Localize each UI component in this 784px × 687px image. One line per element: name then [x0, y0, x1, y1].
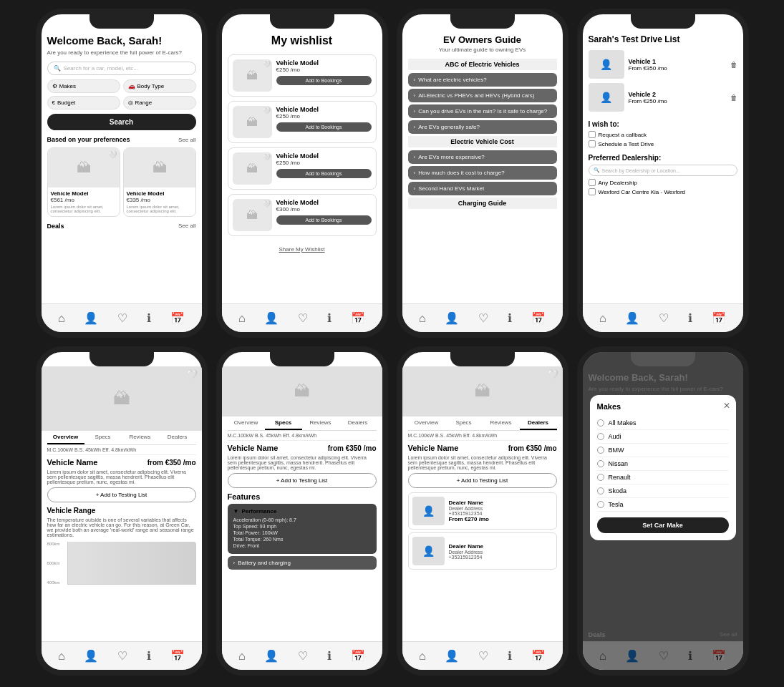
tab-overview-7[interactable]: Overview — [408, 416, 445, 430]
nav-home-3[interactable]: ⌂ — [419, 312, 426, 325]
wishlist-item-3[interactable]: 🏔 🤍 Vehicle Model €250 /mo Add to Bookin… — [228, 147, 377, 190]
wishlist-item-4[interactable]: 🏔 🤍 Vehicle Model €300 /mo Add to Bookin… — [228, 194, 377, 236]
search-button[interactable]: Search — [47, 114, 196, 130]
wishlist-heart-2[interactable]: 🤍 — [263, 107, 271, 114]
request-callback[interactable]: Request a callback — [589, 131, 737, 138]
dealer-search[interactable]: 🔍 Search by Dealership or Location... — [589, 165, 737, 176]
wishlist-heart-1[interactable]: 🤍 — [263, 61, 271, 68]
search-bar[interactable]: 🔍 Search for a car, model, etc... — [47, 62, 196, 75]
add-testing-btn-5[interactable]: + Add to Testing List — [47, 487, 196, 502]
car-card-1[interactable]: 🏔 🤍 Vehicle Model €561 /mo Lorem ipsum d… — [47, 147, 120, 217]
tab-specs-7[interactable]: Specs — [445, 416, 483, 430]
tab-overview-5[interactable]: Overview — [47, 431, 84, 444]
tab-reviews-6[interactable]: Reviews — [302, 416, 339, 430]
make-skoda-radio[interactable] — [597, 487, 604, 494]
guide-item-3[interactable]: ›Can you drive EVs in the rain? Is it sa… — [408, 104, 557, 118]
dealer-card-2[interactable]: 👤 Dealer Name Dealer Address +3531591235… — [408, 532, 557, 570]
nav-user-1[interactable]: 👤 — [84, 311, 98, 325]
guide-item-6[interactable]: ›How much does it cost to charge? — [408, 166, 557, 180]
wishlist-heart-3[interactable]: 🤍 — [263, 154, 271, 161]
budget-filter[interactable]: €Budget — [47, 96, 120, 109]
wishlist-item-2[interactable]: 🏔 🤍 Vehicle Model €250 /mo Add to Bookin… — [228, 101, 377, 143]
deals-see-all[interactable]: See all — [178, 223, 195, 230]
nav-calendar-2[interactable]: 📅 — [351, 311, 365, 325]
make-all[interactable]: All Makes — [597, 416, 729, 430]
nav-user-5[interactable]: 👤 — [84, 649, 98, 663]
nav-home-5[interactable]: ⌂ — [58, 650, 65, 663]
make-bmw-radio[interactable] — [597, 447, 604, 454]
make-nissan[interactable]: Nissan — [597, 457, 729, 471]
callback-checkbox[interactable] — [589, 131, 596, 138]
tab-dealers-6[interactable]: Dealers — [339, 416, 377, 430]
specific-dealer-checkbox[interactable] — [589, 188, 596, 195]
make-tesla-radio[interactable] — [597, 501, 604, 508]
nav-heart-5[interactable]: ♡ — [117, 649, 127, 663]
make-bmw[interactable]: BMW — [597, 444, 729, 457]
nav-user-6[interactable]: 👤 — [264, 649, 279, 663]
test-drive-checkbox[interactable] — [589, 140, 596, 147]
makes-filter[interactable]: ⚙Makes — [47, 79, 120, 93]
nav-calendar-5[interactable]: 📅 — [170, 649, 185, 663]
specific-dealership[interactable]: Wexford Car Centre Kia - Wexford — [589, 188, 737, 195]
make-all-radio[interactable] — [597, 419, 604, 427]
delete-vehicle-2[interactable]: 🗑 — [730, 94, 737, 102]
nav-calendar-3[interactable]: 📅 — [531, 311, 546, 325]
nav-info-7[interactable]: ℹ — [508, 649, 512, 663]
set-car-make-button[interactable]: Set Car Make — [597, 517, 729, 533]
make-audi[interactable]: Audi — [597, 430, 729, 444]
nav-calendar-7[interactable]: 📅 — [531, 649, 546, 663]
guide-item-4[interactable]: ›Are EVs generally safe? — [408, 120, 557, 134]
battery-accordion[interactable]: › Battery and charging — [228, 556, 377, 570]
schedule-test-drive[interactable]: Schedule a Test Drive — [589, 140, 737, 147]
nav-info-6[interactable]: ℹ — [327, 649, 331, 663]
nav-home-4[interactable]: ⌂ — [599, 312, 606, 325]
heart-icon-1[interactable]: 🤍 — [108, 151, 117, 159]
make-tesla[interactable]: Tesla — [597, 498, 729, 512]
nav-info-2[interactable]: ℹ — [327, 311, 331, 325]
make-renault-radio[interactable] — [597, 474, 604, 481]
add-testing-btn-6[interactable]: + Add to Testing List — [228, 473, 377, 488]
nav-calendar-4[interactable]: 📅 — [712, 311, 726, 325]
nav-user-3[interactable]: 👤 — [445, 311, 459, 325]
any-dealer-checkbox[interactable] — [589, 179, 596, 186]
nav-info-5[interactable]: ℹ — [147, 649, 151, 663]
nav-info-1[interactable]: ℹ — [147, 311, 151, 325]
nav-calendar-1[interactable]: 📅 — [170, 311, 185, 325]
nav-home-6[interactable]: ⌂ — [238, 650, 246, 663]
delete-vehicle-1[interactable]: 🗑 — [730, 61, 737, 69]
nav-heart-3[interactable]: ♡ — [478, 311, 488, 325]
tab-reviews-7[interactable]: Reviews — [483, 416, 520, 430]
preferences-see-all[interactable]: See all — [178, 137, 195, 143]
any-dealership[interactable]: Any Dealership — [589, 179, 737, 186]
make-renault[interactable]: Renault — [597, 471, 729, 484]
tab-overview-6[interactable]: Overview — [228, 416, 265, 430]
wishlist-heart-4[interactable]: 🤍 — [263, 200, 271, 208]
wishlist-heart-7[interactable]: 🤍 — [548, 369, 558, 379]
tab-specs-5[interactable]: Specs — [84, 431, 122, 444]
guide-item-2[interactable]: ›All-Electric vs PHEVs and HEVs (Hybrid … — [408, 89, 557, 102]
nav-home-2[interactable]: ⌂ — [238, 312, 246, 325]
nav-heart-6[interactable]: ♡ — [298, 649, 308, 663]
add-bookings-btn-3[interactable]: Add to Bookings — [276, 169, 372, 178]
make-skoda[interactable]: Skoda — [597, 484, 729, 498]
nav-user-7[interactable]: 👤 — [445, 649, 459, 663]
nav-heart-4[interactable]: ♡ — [659, 311, 669, 325]
nav-home-1[interactable]: ⌂ — [58, 312, 65, 325]
share-wishlist[interactable]: Share My Wishlist — [228, 246, 377, 253]
body-type-filter[interactable]: 🚗Body Type — [123, 79, 196, 93]
guide-item-1[interactable]: ›What are electric vehicles? — [408, 73, 557, 87]
guide-item-7[interactable]: ›Second Hand EVs Market — [408, 182, 557, 195]
dealer-card-1[interactable]: 👤 Dealer Name Dealer Address +3531591235… — [408, 492, 557, 530]
nav-home-7[interactable]: ⌂ — [419, 650, 426, 663]
nav-heart-2[interactable]: ♡ — [298, 311, 308, 325]
nav-info-3[interactable]: ℹ — [508, 311, 512, 325]
make-nissan-radio[interactable] — [597, 460, 604, 467]
tab-specs-6[interactable]: Specs — [265, 416, 302, 430]
nav-user-2[interactable]: 👤 — [264, 311, 279, 325]
range-filter[interactable]: ◎Range — [123, 96, 196, 109]
tab-reviews-5[interactable]: Reviews — [122, 431, 159, 444]
nav-heart-1[interactable]: ♡ — [117, 311, 127, 325]
nav-info-4[interactable]: ℹ — [688, 311, 692, 325]
tab-dealers-5[interactable]: Dealers — [159, 431, 196, 444]
make-audi-radio[interactable] — [597, 433, 604, 440]
